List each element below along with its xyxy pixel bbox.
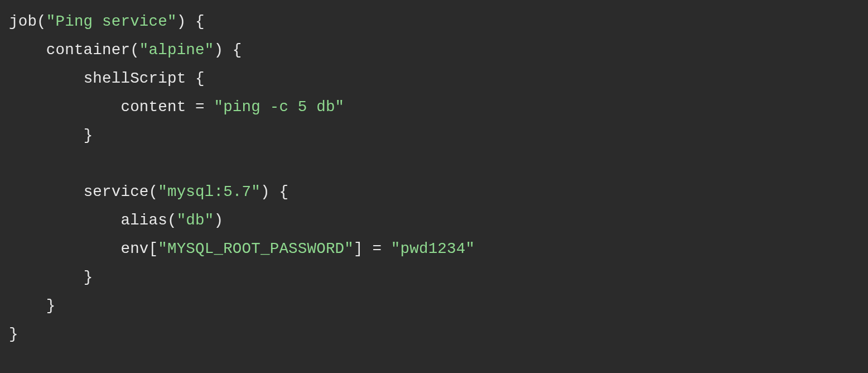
token-string: "Ping service" <box>46 13 177 30</box>
token-open-paren: ( <box>149 183 158 200</box>
token-alias: alias <box>120 212 167 229</box>
token-close-paren-brace: ) { <box>261 183 288 200</box>
token-string: "mysql:5.7" <box>158 183 261 200</box>
code-block: job("Ping service") { container("alpine"… <box>0 0 868 358</box>
token-close-brace: } <box>46 297 56 314</box>
token-service: service <box>84 183 149 200</box>
code-line-3: shellScript { <box>9 70 205 87</box>
indent <box>9 183 84 200</box>
code-line-1: job("Ping service") { <box>9 13 205 30</box>
code-line-7: service("mysql:5.7") { <box>9 183 288 200</box>
token-close-brace: } <box>9 326 18 343</box>
code-line-12: } <box>9 326 18 343</box>
token-shell-script: shellScript { <box>84 70 205 87</box>
code-line-10: } <box>9 269 93 286</box>
indent <box>9 98 120 116</box>
token-string: "alpine" <box>139 41 214 59</box>
token-string: "ping -c 5 db" <box>214 98 344 116</box>
token-container: container <box>46 41 130 59</box>
code-line-9: env["MYSQL_ROOT_PASSWORD"] = "pwd1234" <box>9 240 475 257</box>
token-close-paren-brace: ) { <box>177 13 205 30</box>
token-env-open: env[ <box>120 240 158 257</box>
indent <box>9 70 84 87</box>
code-line-4: content = "ping -c 5 db" <box>9 98 344 116</box>
token-string-key: "MYSQL_ROOT_PASSWORD" <box>158 240 354 257</box>
indent <box>9 240 120 257</box>
indent <box>9 41 46 59</box>
indent <box>9 212 120 229</box>
token-open-paren: ( <box>37 13 46 30</box>
token-open-paren: ( <box>167 212 177 229</box>
token-string-value: "pwd1234" <box>391 240 475 257</box>
token-close-brace: } <box>84 269 93 286</box>
indent <box>9 127 84 144</box>
token-open-paren: ( <box>130 41 139 59</box>
token-job: job <box>9 13 37 30</box>
code-line-8: alias("db") <box>9 212 223 229</box>
token-close-brace: } <box>84 127 93 144</box>
token-close-eq: ] = <box>354 240 391 257</box>
token-close-paren-brace: ) { <box>214 41 242 59</box>
code-line-5: } <box>9 127 93 144</box>
code-line-11: } <box>9 297 56 314</box>
indent <box>9 269 84 286</box>
token-content-eq: content = <box>120 98 214 116</box>
token-string: "db" <box>177 212 214 229</box>
code-line-2: container("alpine") { <box>9 41 242 59</box>
indent <box>9 297 46 314</box>
token-close-paren: ) <box>214 212 223 229</box>
